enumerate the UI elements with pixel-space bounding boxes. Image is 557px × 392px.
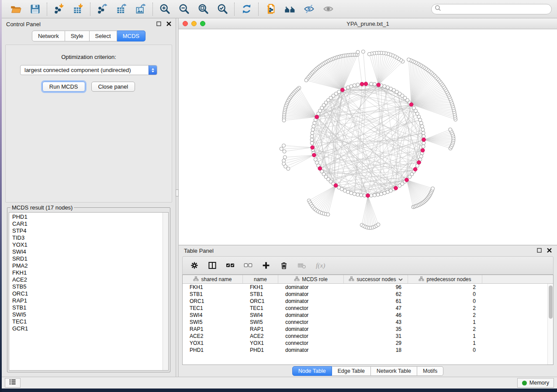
mcds-hub-node[interactable] — [334, 184, 338, 188]
save-button[interactable] — [26, 2, 44, 17]
network-node[interactable] — [349, 85, 353, 88]
first-neighbors-button[interactable] — [281, 2, 298, 17]
table-row[interactable]: ORC1ORC1dominator610 — [183, 298, 553, 305]
network-node[interactable] — [383, 85, 386, 88]
search-input[interactable] — [443, 6, 548, 12]
network-node[interactable] — [353, 192, 356, 196]
network-node[interactable] — [376, 193, 380, 196]
mcds-result-item[interactable]: SWI5 — [12, 311, 168, 318]
leaf-node[interactable] — [356, 50, 360, 54]
mcds-hub-node[interactable] — [315, 115, 319, 119]
mcds-result-item[interactable]: PHD1 — [12, 213, 168, 220]
network-canvas[interactable] — [179, 29, 557, 245]
table-scrollbar[interactable] — [547, 284, 553, 364]
network-node[interactable] — [370, 194, 373, 197]
mcds-list-scrollbar[interactable] — [163, 213, 168, 370]
mcds-hub-node[interactable] — [366, 194, 370, 198]
maximize-window-icon[interactable] — [200, 21, 205, 26]
export-table-button[interactable] — [113, 2, 130, 17]
network-node[interactable] — [386, 86, 389, 89]
vertical-splitter[interactable] — [176, 18, 179, 377]
mcds-result-item[interactable]: SWI4 — [12, 248, 168, 255]
network-node[interactable] — [419, 155, 423, 158]
network-node[interactable] — [349, 191, 353, 195]
table-scrollbar-thumb[interactable] — [549, 285, 553, 319]
tab-motifs[interactable]: Motifs — [417, 366, 443, 376]
mcds-hub-node[interactable] — [341, 88, 345, 92]
mcds-hub-node[interactable] — [405, 178, 409, 182]
hide-selected-button[interactable] — [300, 2, 318, 17]
float-panel-icon[interactable] — [156, 20, 161, 28]
leaf-node[interactable] — [283, 155, 287, 159]
network-node[interactable] — [420, 124, 424, 128]
column-header-successor-nodes[interactable]: successor nodes — [344, 275, 408, 283]
mcds-hub-node[interactable] — [318, 167, 322, 171]
network-node[interactable] — [422, 131, 425, 135]
network-node[interactable] — [370, 82, 373, 86]
mcds-hub-node[interactable] — [312, 153, 316, 157]
import-network-button[interactable] — [50, 2, 68, 17]
table-row[interactable]: TEC1TEC1connector472 — [183, 305, 553, 312]
search-field[interactable] — [431, 4, 552, 14]
table-row[interactable]: RAP1RAP1dominator352 — [183, 326, 553, 333]
leaf-node[interactable] — [377, 223, 380, 227]
network-node[interactable] — [422, 141, 426, 145]
tab-node-table[interactable]: Node Table — [292, 366, 332, 376]
leaf-node[interactable] — [361, 50, 365, 53]
table-row[interactable]: STB1STB1dominator620 — [183, 291, 553, 298]
mcds-result-item[interactable]: YOX1 — [12, 241, 168, 248]
leaf-node[interactable] — [280, 147, 283, 151]
splitter-grip[interactable] — [176, 189, 179, 196]
run-mcds-button[interactable]: Run MCDS — [42, 82, 85, 92]
network-node[interactable] — [312, 124, 315, 128]
open-button[interactable] — [7, 2, 24, 17]
new-network-from-selection-button[interactable] — [262, 2, 279, 17]
network-node[interactable] — [360, 193, 363, 197]
network-node[interactable] — [310, 138, 314, 141]
network-node[interactable] — [310, 141, 314, 145]
minimize-window-icon[interactable] — [191, 21, 197, 26]
table-row[interactable]: FKH1FKH1dominator962 — [183, 284, 553, 291]
network-node[interactable] — [346, 190, 350, 194]
tab-network[interactable]: Network — [32, 31, 65, 41]
import-table-button[interactable] — [69, 2, 87, 17]
mcds-result-item[interactable]: STB1 — [12, 304, 168, 311]
network-graph[interactable] — [179, 29, 557, 245]
criterion-dropdown[interactable]: largest connected component (undirected) — [20, 65, 157, 75]
network-node[interactable] — [311, 128, 315, 131]
memory-button[interactable]: Memory — [517, 378, 554, 388]
task-history-button[interactable] — [5, 378, 21, 388]
mcds-hub-node[interactable] — [360, 82, 364, 86]
table-row[interactable]: SWI4SWI4dominator462 — [183, 312, 553, 319]
column-header-predecessor-nodes[interactable]: predecessor nodes — [408, 275, 482, 283]
leaf-node[interactable] — [304, 79, 308, 82]
network-node[interactable] — [311, 131, 314, 135]
network-node[interactable] — [363, 194, 366, 197]
zoom-in-button[interactable] — [156, 2, 173, 17]
column-header-shared-name[interactable]: shared name — [183, 275, 243, 283]
network-node[interactable] — [373, 83, 376, 86]
close-table-panel-icon[interactable] — [547, 247, 552, 254]
network-node[interactable] — [353, 84, 356, 87]
mcds-result-item[interactable]: PMA2 — [12, 262, 168, 269]
mcds-result-item[interactable]: SRD1 — [12, 255, 168, 262]
network-node[interactable] — [356, 193, 360, 196]
network-node[interactable] — [380, 192, 383, 196]
mcds-result-list[interactable]: PHD1CAR1STP4TID3YOX1SWI4SRD1PMA2FKH1ACE2… — [9, 212, 169, 371]
tab-network-table[interactable]: Network Table — [371, 366, 417, 376]
mcds-hub-node[interactable] — [377, 83, 381, 87]
leaf-node[interactable] — [367, 52, 371, 56]
tab-select[interactable]: Select — [90, 31, 117, 41]
network-node[interactable] — [412, 106, 415, 110]
leaf-node[interactable] — [431, 187, 435, 190]
delete-column-button[interactable] — [280, 261, 288, 270]
network-node[interactable] — [313, 121, 316, 125]
mcds-result-item[interactable]: STP4 — [12, 227, 168, 234]
mcds-result-item[interactable]: CAR1 — [12, 220, 168, 227]
mcds-hub-node[interactable] — [364, 82, 368, 86]
refresh-layout-button[interactable] — [238, 2, 255, 17]
show-all-button[interactable] — [319, 2, 337, 17]
leaf-node[interactable] — [407, 58, 411, 62]
mcds-result-item[interactable]: TID3 — [12, 234, 168, 241]
float-table-panel-icon[interactable] — [537, 247, 542, 254]
